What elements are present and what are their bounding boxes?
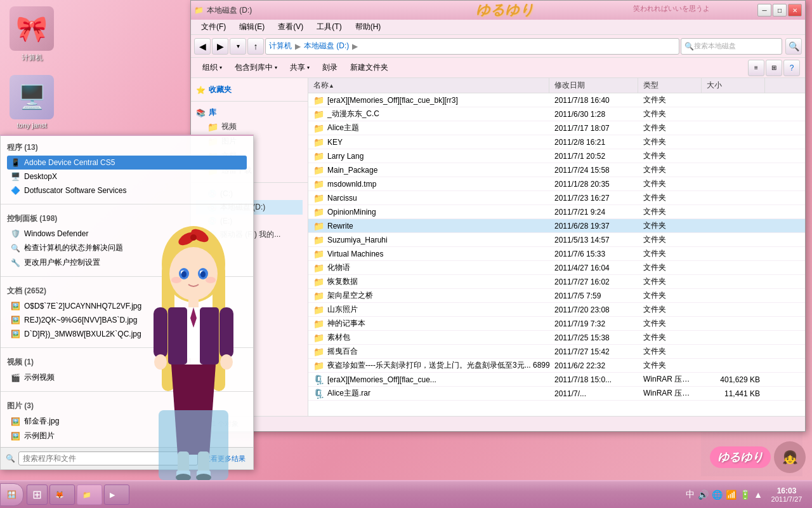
file-row-2[interactable]: 📁Alice主题 2011/7/17 18:07 文件夹 — [308, 121, 805, 135]
taskbar-task-start[interactable]: ⊞ — [27, 485, 48, 505]
file-row-12[interactable]: 📁化物语 2011/4/27 16:04 文件夹 — [308, 261, 805, 275]
file-row-10[interactable]: 📁Suzumiya_Haruhi 2011/5/13 14:57 文件夹 — [308, 233, 805, 247]
doc-1[interactable]: 🖼️ REJ)2QK~9%G6[NVV]BAS`D.jpg — [7, 313, 247, 327]
nav-videos[interactable]: 📁 视频 — [196, 119, 303, 134]
file-name: 夜盗珍如萱----乐天刻录打印，送货上门。光盘刻录低至3元... 6899... — [327, 360, 549, 371]
file-name: 恢复数据 — [327, 276, 358, 287]
favorites-header[interactable]: ⭐ 收藏夹 — [196, 83, 303, 97]
cp-uac[interactable]: 🔧 更改用户帐户控制设置 — [7, 255, 247, 270]
menu-help[interactable]: 帮助(H) — [350, 20, 386, 34]
breadcrumb-arrow-2: ▶ — [352, 42, 358, 51]
desktop-icon-computer[interactable]: 🎀 计算机 — [6, 6, 57, 62]
col-header-type[interactable]: 类型 — [638, 78, 702, 93]
file-type: 文件夹 — [638, 318, 702, 329]
file-row-15[interactable]: 📁山东照片 2011/7/20 23:08 文件夹 — [308, 303, 805, 317]
share-button[interactable]: 共享 ▾ — [284, 59, 316, 77]
taskbar-task-explorer[interactable]: 📁 — [77, 485, 102, 505]
program-adobe[interactable]: 📱 Adobe Device Central CS5 — [7, 156, 247, 170]
file-row-13[interactable]: 📁恢复数据 2011/7/27 16:02 文件夹 — [308, 275, 805, 289]
file-name: [eraX][Memories_Off][flac_cue... — [327, 375, 436, 384]
menu-edit[interactable]: 编辑(E) — [234, 20, 270, 34]
video-0-label: 示例视频 — [24, 372, 55, 383]
up-button[interactable]: ↑ — [247, 38, 264, 55]
desktop-icon-tony[interactable]: 🖥️ tony janst — [6, 75, 57, 129]
file-date: 2011/6/28 19:37 — [549, 222, 638, 231]
file-list: 名称 ▲ 修改日期 类型 大小 📁[eraX][Memories_Off][fl… — [308, 78, 805, 416]
menu-file[interactable]: 文件(F) — [196, 20, 231, 34]
add-to-library-button[interactable]: 包含到库中 ▾ — [228, 59, 284, 77]
file-row-9[interactable]: 📁Rewrite 2011/6/28 19:37 文件夹 — [308, 219, 805, 233]
program-dotfuscator[interactable]: 🔷 Dotfuscator Software Services — [7, 184, 247, 197]
file-date: 2011/7/23 16:27 — [549, 194, 638, 203]
close-button[interactable]: ✕ — [788, 4, 802, 17]
search-button[interactable]: 🔍 — [785, 38, 802, 55]
desktop-icons: 🎀 计算机 🖥️ tony janst — [6, 6, 57, 129]
file-name: Rewrite — [327, 222, 353, 231]
taskbar-task-media[interactable]: ▶ — [104, 485, 129, 505]
clock[interactable]: 16:03 2011/7/27 — [768, 486, 806, 503]
start-button[interactable]: 🪟 — [0, 483, 23, 506]
systray-lang[interactable]: 中 — [686, 489, 695, 500]
cp-defender[interactable]: 🛡️ Windows Defender — [7, 227, 247, 241]
systray-icon-2: 🌐 — [712, 490, 723, 500]
file-row-19[interactable]: 📁夜盗珍如萱----乐天刻录打印，送货上门。光盘刻录低至3元... 6899..… — [308, 359, 805, 373]
doc-0[interactable]: 🖼️ O$D$`7E`2]UCAYNNHQ7L2VF.jpg — [7, 299, 247, 313]
img-0[interactable]: 🖼️ 郁金香.jpg — [7, 414, 247, 429]
search-box[interactable]: 🔍 搜索本地磁盘 — [681, 38, 782, 55]
forward-button[interactable]: ▶ — [212, 38, 228, 55]
file-row-6[interactable]: 📁msdownld.tmp 2011/1/28 20:35 文件夹 — [308, 177, 805, 191]
file-row-16[interactable]: 📁神的记事本 2011/7/19 7:32 文件夹 — [308, 317, 805, 331]
minimize-button[interactable]: ─ — [757, 4, 771, 17]
img-1[interactable]: 🖼️ 示例图片 — [7, 429, 247, 443]
file-row-7[interactable]: 📁Narcissu 2011/7/23 16:27 文件夹 — [308, 191, 805, 205]
file-row-14[interactable]: 📁架向星空之桥 2011/7/5 7:59 文件夹 — [308, 289, 805, 303]
file-name: KEY — [327, 138, 343, 147]
file-row-11[interactable]: 📁Virtual Machines 2011/7/6 15:33 文件夹 — [308, 247, 805, 261]
file-row-17[interactable]: 📁素材包 2011/7/25 15:38 文件夹 — [308, 331, 805, 345]
program-desktopx[interactable]: 🖥️ DesktopX — [7, 170, 247, 184]
systray-notify[interactable]: ▲ — [754, 490, 763, 500]
organize-button[interactable]: 组织 ▾ — [196, 59, 228, 77]
help-button[interactable]: ? — [783, 60, 800, 76]
col-header-size[interactable]: 大小 — [702, 78, 765, 93]
file-row-1[interactable]: 📁_动漫东东_C.C 2011/6/30 1:28 文件夹 — [308, 107, 805, 121]
file-list-header: 名称 ▲ 修改日期 类型 大小 — [308, 78, 805, 93]
burn-button[interactable]: 刻录 — [316, 59, 344, 77]
file-row-18[interactable]: 📁摇曳百合 2011/7/27 15:42 文件夹 — [308, 345, 805, 359]
back-button[interactable]: ◀ — [194, 38, 211, 55]
col-header-name[interactable]: 名称 ▲ — [308, 78, 549, 93]
menu-tools[interactable]: 工具(T) — [311, 20, 346, 34]
doc-1-label: REJ)2QK~9%G6[NVV]BAS`D.jpg — [24, 316, 137, 324]
tiles-view-button[interactable]: ⊞ — [766, 60, 782, 76]
file-date: 2011/1/28 20:35 — [549, 180, 638, 189]
file-row-3[interactable]: 📁KEY 2011/2/8 16:21 文件夹 — [308, 135, 805, 149]
doc-icon-2: 🖼️ — [10, 329, 20, 339]
file-type: 文件夹 — [638, 192, 702, 203]
new-folder-button[interactable]: 新建文件夹 — [344, 59, 395, 77]
search-input[interactable] — [18, 451, 198, 465]
taskbar-task-firefox[interactable]: 🦊 — [49, 485, 75, 505]
folder-icon: 📁 — [313, 277, 324, 287]
file-row-0[interactable]: 📁[eraX][Memories_Off][flac_cue_bk][rr3] … — [308, 93, 805, 107]
maximize-button[interactable]: □ — [773, 4, 787, 17]
menu-view[interactable]: 查看(V) — [273, 20, 308, 34]
folder-icon: 📁 — [313, 221, 324, 231]
search-more-link[interactable]: 查看更多结果 — [201, 453, 248, 465]
details-view-button[interactable]: ≡ — [748, 60, 764, 76]
address-bar[interactable]: 计算机 ▶ 本地磁盘 (D:) ▶ — [265, 38, 679, 55]
media-icon: ▶ — [110, 491, 115, 499]
file-row-20[interactable]: 🗜️[eraX][Memories_Off][flac_cue... 2011/… — [308, 373, 805, 387]
cp-check[interactable]: 🔍 检查计算机的状态并解决问题 — [7, 241, 247, 255]
file-row-4[interactable]: 📁Larry Lang 2011/7/1 20:52 文件夹 — [308, 149, 805, 163]
doc-2[interactable]: 🖼️ D`D]R})_3MW8W[BXUL2K`QC.jpg — [7, 327, 247, 341]
library-header[interactable]: 📚 库 — [196, 106, 303, 119]
video-0[interactable]: 🎬 示例视频 — [7, 370, 247, 385]
recent-button[interactable]: ▾ — [230, 38, 246, 55]
col-header-date[interactable]: 修改日期 — [549, 78, 638, 93]
file-row-5[interactable]: 📁Main_Package 2011/7/24 15:58 文件夹 — [308, 163, 805, 177]
file-row-8[interactable]: 📁OpinionMining 2011/7/21 9:24 文件夹 — [308, 205, 805, 219]
explorer-body: ⭐ 收藏夹 📚 库 📁 视频 📁 图片 — [191, 78, 805, 416]
clock-date: 2011/7/27 — [768, 495, 806, 503]
file-row-21[interactable]: 🗜️Alice主题.rar 2011/7/... WinRAR 压缩文件 11,… — [308, 387, 805, 401]
menu-divider-3 — [1, 347, 253, 348]
